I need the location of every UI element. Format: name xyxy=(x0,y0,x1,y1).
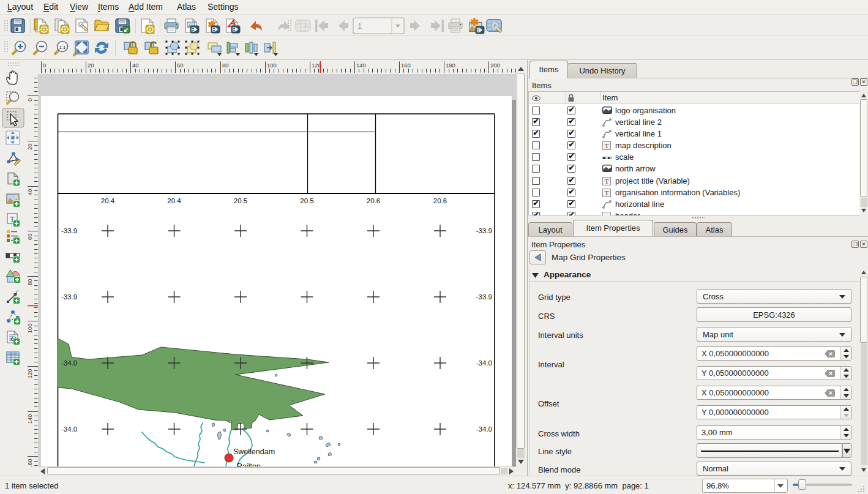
svg-text:40: 40 xyxy=(132,62,139,69)
svg-text:60: 60 xyxy=(177,62,184,69)
svg-text:20.6: 20.6 xyxy=(367,197,380,204)
svg-text:80: 80 xyxy=(222,62,229,69)
svg-text:100: 100 xyxy=(267,62,277,69)
svg-text:20: 20 xyxy=(88,62,94,69)
svg-text:1: 1 xyxy=(357,21,362,31)
svg-text:-34.0: -34.0 xyxy=(476,425,492,433)
svg-text:-34.0: -34.0 xyxy=(61,359,77,367)
svg-text:80: 80 xyxy=(27,279,33,286)
svg-text:200: 200 xyxy=(490,62,500,69)
svg-text:Swellendam: Swellendam xyxy=(233,447,275,456)
svg-text:120: 120 xyxy=(27,369,33,379)
svg-text:20.4: 20.4 xyxy=(101,197,115,204)
svg-text:60: 60 xyxy=(27,234,33,241)
svg-text:-34.0: -34.0 xyxy=(476,359,492,367)
svg-text:100: 100 xyxy=(27,324,33,334)
svg-text:20.5: 20.5 xyxy=(300,197,313,204)
svg-text:180: 180 xyxy=(446,62,455,69)
svg-text:140: 140 xyxy=(27,414,33,424)
svg-text:-33.9: -33.9 xyxy=(61,293,77,301)
svg-text:160: 160 xyxy=(27,459,33,467)
svg-text:-33.9: -33.9 xyxy=(61,227,77,234)
svg-text:160: 160 xyxy=(401,62,411,69)
svg-text:20.4: 20.4 xyxy=(167,197,181,204)
svg-text:40: 40 xyxy=(27,189,33,196)
svg-text:T: T xyxy=(605,178,609,185)
svg-text:0: 0 xyxy=(43,62,46,69)
svg-text:1:1: 1:1 xyxy=(59,45,66,50)
svg-text:-33.9: -33.9 xyxy=(476,227,492,234)
svg-text:-33.9: -33.9 xyxy=(476,293,492,301)
svg-text:140: 140 xyxy=(356,62,366,69)
svg-text:T: T xyxy=(605,189,609,196)
svg-text:T: T xyxy=(605,142,609,149)
svg-text:20.6: 20.6 xyxy=(433,197,447,204)
svg-text:20.5: 20.5 xyxy=(234,197,247,204)
svg-text:0: 0 xyxy=(27,99,33,102)
svg-text:-34.0: -34.0 xyxy=(61,425,77,433)
svg-text:Railton: Railton xyxy=(237,462,261,466)
svg-text:20: 20 xyxy=(27,144,33,151)
svg-text:120: 120 xyxy=(312,62,321,69)
